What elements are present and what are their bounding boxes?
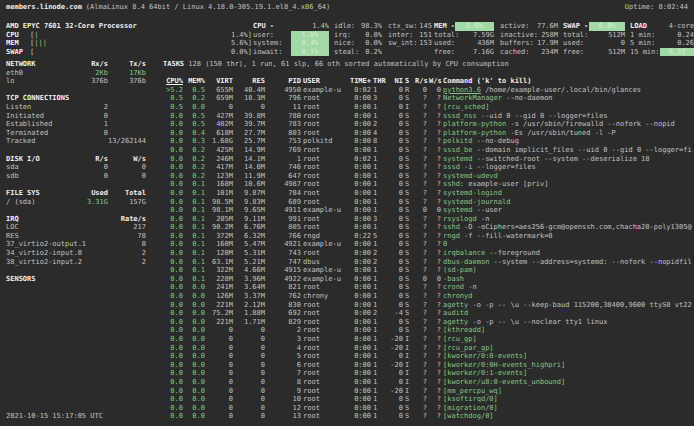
sidebar-section-sensors: SENSORS bbox=[6, 275, 146, 284]
row-value-1: 2 bbox=[80, 103, 108, 112]
row-name: 37_virtio2-output.1 bbox=[6, 240, 86, 249]
cell-pid: 769 bbox=[267, 146, 301, 155]
cell-rs: ? bbox=[415, 112, 427, 121]
stat-row-total: total:7.59G bbox=[434, 31, 494, 40]
cell-pid: 4 bbox=[267, 344, 301, 353]
stat-value: 151 bbox=[416, 31, 432, 40]
cell-res: 0 bbox=[235, 412, 265, 421]
cell-pid: 743 bbox=[267, 249, 301, 258]
cell-mem: 0.2 bbox=[185, 163, 205, 172]
cell-res: 0 bbox=[235, 326, 265, 335]
row-name: sda bbox=[6, 163, 80, 172]
stat-label: total: bbox=[434, 31, 459, 40]
cell-time: 0:02 bbox=[345, 155, 371, 164]
section-title: IRQ bbox=[6, 215, 80, 224]
cell-pid: 692 bbox=[267, 309, 301, 318]
tasks-summary: 128 (150 thr), 1 run, 61 slp, 66 oth bbox=[188, 60, 340, 68]
cell-virt: 425M bbox=[207, 146, 233, 155]
cell-mem: 0.1 bbox=[185, 215, 205, 224]
cell-ws: ? bbox=[429, 172, 441, 181]
process-row-783: 0.00.5402M39.7M783root0:0020S??platform-… bbox=[163, 120, 694, 129]
command-name: agetty bbox=[443, 301, 468, 309]
row-value-2: 2 bbox=[109, 258, 146, 267]
process-row-784: 0.00.1101M9.87M784root0:0010S??systemd-l… bbox=[163, 189, 694, 198]
cell-command: [mm_percpu_wq] bbox=[443, 387, 692, 396]
cell-s: I bbox=[405, 352, 413, 361]
command-name: sshd: bbox=[443, 180, 464, 188]
cell-s: S bbox=[405, 163, 413, 172]
cell-mem: 0.1 bbox=[185, 240, 205, 249]
cell-pid: 747 bbox=[267, 258, 301, 267]
cell-s: S bbox=[405, 146, 413, 155]
cell-ws: ? bbox=[429, 137, 441, 146]
stat-row-cached: cached:234M bbox=[500, 48, 558, 57]
sidebar-row-lo: lo376b376b bbox=[6, 77, 146, 86]
cell-virt: 417M bbox=[207, 163, 233, 172]
sidebar-row-sda: / (sda)3.31G157G bbox=[6, 198, 146, 207]
stat-value: 436M bbox=[455, 39, 494, 48]
cell-ni: 0 bbox=[389, 249, 403, 258]
cell-virt: 0 bbox=[207, 404, 233, 413]
cell-cpu: 0.0 bbox=[163, 318, 183, 327]
cell-pid: 784 bbox=[267, 189, 301, 198]
cell-user: root bbox=[303, 412, 343, 421]
cell-cpu: 0.0 bbox=[163, 249, 183, 258]
cell-virt: 1.68G bbox=[207, 137, 233, 146]
cell-res: 0 bbox=[235, 335, 265, 344]
command-name: sssd_be bbox=[443, 146, 473, 154]
row-value-1: 0 bbox=[80, 172, 108, 181]
uptime: Uptime: 8:02:44 bbox=[625, 3, 688, 12]
cell-s: S bbox=[405, 94, 413, 103]
cell-user: dbus bbox=[303, 258, 343, 267]
glances-terminal[interactable]: members.linode.com (AlmaLinux 8.4 64bit … bbox=[0, 0, 694, 426]
cell-cpu: 0.0 bbox=[163, 387, 183, 396]
cell-res: 14.1M bbox=[235, 155, 265, 164]
cell-ws: ? bbox=[429, 103, 441, 112]
cell-thr: 1 bbox=[373, 146, 387, 155]
cell-virt: 221M bbox=[207, 318, 233, 327]
cell-ni: -20 bbox=[389, 335, 403, 344]
cell-s: S bbox=[405, 309, 413, 318]
cell-cpu: 0.0 bbox=[163, 344, 183, 353]
mem-stats-block: MEM -5.6%total:7.59Gused:436Mfree:7.16G bbox=[434, 22, 494, 56]
cell-ws: ? bbox=[429, 258, 441, 267]
cell-thr: 1 bbox=[373, 206, 387, 215]
sidebar-row-loc: LOC217 bbox=[6, 223, 146, 232]
stat-value: 1.0% bbox=[291, 31, 329, 40]
cell-thr: 1 bbox=[373, 318, 387, 327]
cell-res: 14.9M bbox=[235, 146, 265, 155]
quicklook-meter-mem: MEM[|||5.6%] bbox=[6, 39, 252, 48]
cell-cpu: 0.0 bbox=[163, 163, 183, 172]
meter-label: CPU bbox=[6, 31, 30, 40]
cpu-stats-block-2: idle:98.3%irq:0.0%nice:0.0%steal:0.2% bbox=[334, 22, 382, 56]
command-name: [ksoftirqd/0] bbox=[443, 395, 498, 403]
cell-res: 4.66M bbox=[235, 266, 265, 275]
stat-value: 98.3% bbox=[360, 22, 382, 31]
cell-s: S bbox=[405, 155, 413, 164]
command-args: --system --address=systemd: --nofork --n… bbox=[489, 258, 692, 266]
stat-label: irq: bbox=[334, 31, 351, 40]
sidebar-section-irq: IRQRate/sLOC217RES7837_virtio2-output.10… bbox=[6, 215, 146, 267]
command-args: -o -p -- \u --noclear tty1 linux bbox=[468, 318, 607, 326]
cell-cpu: 0.5 bbox=[163, 103, 183, 112]
process-row-4: 0.00.0004root0:001-20I??[rcu_par_gp] bbox=[163, 344, 694, 353]
sidebar-row-res: RES78 bbox=[6, 232, 146, 241]
process-row-780: 0.00.5427M39.8M780root0:0010S??sssd_nss … bbox=[163, 112, 694, 121]
cell-ni: 0 bbox=[389, 103, 403, 112]
cell-mem: 0.0 bbox=[185, 335, 205, 344]
cell-ni: -20 bbox=[389, 387, 403, 396]
cell-cpu: 0.0 bbox=[163, 266, 183, 275]
cell-cpu: 0.5 bbox=[163, 94, 183, 103]
cell-res: 25.7M bbox=[235, 137, 265, 146]
stat-row-15-min: 15 min:0.33 bbox=[630, 48, 694, 57]
cell-mem: 0.0 bbox=[185, 283, 205, 292]
row-name: Initiated bbox=[6, 112, 80, 121]
cell-command: [kworker/0:1-events] bbox=[443, 369, 692, 378]
cell-thr: 1 bbox=[373, 404, 387, 413]
cell-user: root bbox=[303, 301, 343, 310]
row-value-2: 157G bbox=[108, 198, 146, 207]
process-row-829: 0.00.0221M1.71M829root0:0010S??agetty -o… bbox=[163, 318, 694, 327]
command-name: auditd bbox=[443, 309, 468, 317]
cell-rs: ? bbox=[415, 344, 427, 353]
row-value-1 bbox=[86, 240, 111, 249]
